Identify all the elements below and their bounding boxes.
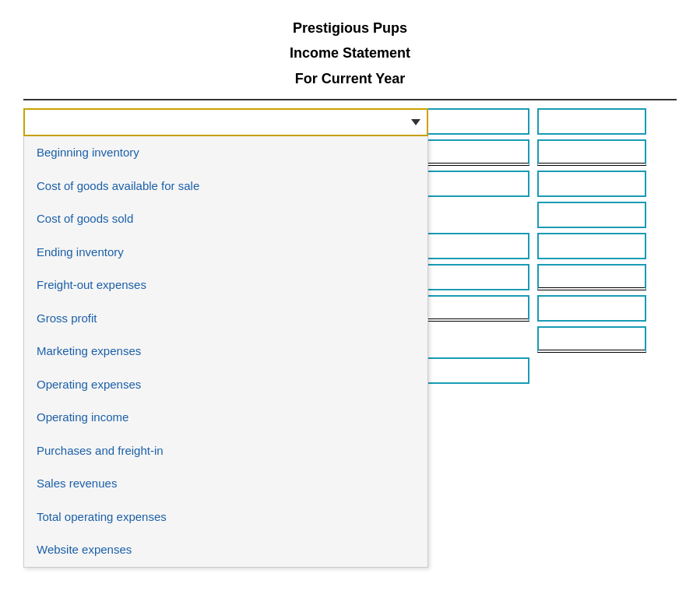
dropdown-item-operating-income[interactable]: Operating income [24,401,427,434]
dropdown-item-beginning-inventory[interactable]: Beginning inventory [24,136,427,170]
dropdown-arrow-icon [411,119,420,125]
report-period: For Current Year [0,66,700,91]
report-header: Prestigious Pups Income Statement For Cu… [0,0,700,99]
dropdown-item-cost-available[interactable]: Cost of goods available for sale [24,170,427,203]
dropdown-select[interactable] [23,108,428,136]
input-row8-outer[interactable] [537,326,646,353]
dropdown-item-website[interactable]: Website expenses [24,533,427,567]
dropdown-item-freight-out[interactable]: Freight-out expenses [24,269,427,302]
input-row6-inner[interactable] [420,264,529,290]
label-dropdown-container: Beginning inventory Cost of goods availa… [23,108,428,568]
dropdown-list: Beginning inventory Cost of goods availa… [23,136,428,568]
dropdown-item-marketing[interactable]: Marketing expenses [24,335,427,368]
spacer1 [420,202,529,228]
input-row9-inner[interactable] [420,357,529,384]
dropdown-item-ending-inventory[interactable]: Ending inventory [24,236,427,269]
dropdown-item-total-operating[interactable]: Total operating expenses [24,501,427,534]
input-row2-outer[interactable] [537,139,646,166]
inner-input-column [420,108,529,384]
dropdown-item-cost-sold[interactable]: Cost of goods sold [24,202,427,236]
input-row3-outer[interactable] [537,171,646,197]
input-row4-outer[interactable] [537,202,646,228]
input-row7-outer[interactable] [537,295,646,322]
input-row6-outer[interactable] [537,264,646,290]
dropdown-item-purchases[interactable]: Purchases and freight-in [24,434,427,468]
report-title: Income Statement [0,40,700,65]
input-row1-inner[interactable] [420,108,529,135]
dropdown-item-sales-revenues[interactable]: Sales revenues [24,467,427,501]
input-row2-inner[interactable] [420,139,529,166]
input-row1-outer[interactable] [537,108,646,135]
dropdown-item-gross-profit[interactable]: Gross profit [24,302,427,336]
input-row3-inner[interactable] [420,171,529,197]
dropdown-item-operating-expenses[interactable]: Operating expenses [24,368,427,402]
company-name: Prestigious Pups [0,16,700,40]
main-content: Beginning inventory Cost of goods availa… [0,100,700,583]
outer-input-column [537,108,646,384]
input-row7-inner[interactable] [420,295,529,322]
spacer2 [420,326,529,353]
input-row5-inner[interactable] [420,233,529,259]
input-row5-outer[interactable] [537,233,646,259]
